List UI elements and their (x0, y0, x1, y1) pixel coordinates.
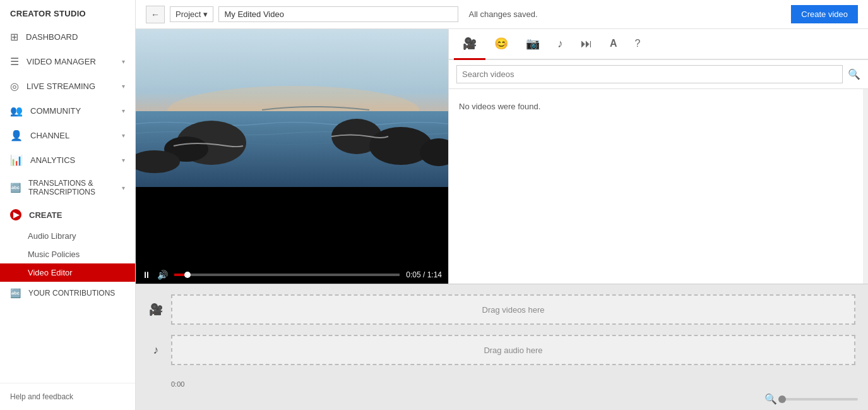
content-area: ← Project ▾ All changes saved. Create vi… (136, 0, 868, 410)
chevron-down-icon: ▾ (122, 83, 125, 90)
search-input[interactable] (456, 65, 843, 83)
create-video-button[interactable]: Create video (791, 5, 858, 23)
audio-track-icon: ♪ (148, 344, 163, 357)
no-results-message: No videos were found. (449, 89, 868, 124)
ocean-scene (136, 29, 448, 187)
sidebar-create-label: CREATE (29, 210, 62, 220)
volume-button[interactable]: 🔊 (157, 270, 168, 280)
middle-row: ⏸ 🔊 0:05 / 1:14 🎥 😊 📷 ♪ ⏭ A ? (136, 29, 868, 284)
back-button[interactable]: ← (146, 6, 165, 23)
zoom-out-icon: 🔍 (764, 393, 777, 405)
chevron-down-icon: ▾ (122, 157, 125, 164)
sidebar-item-channel[interactable]: 👤 CHANNEL ▾ (0, 123, 135, 148)
top-bar: ← Project ▾ All changes saved. Create vi… (136, 0, 868, 29)
sidebar-item-community[interactable]: 👥 COMMUNITY ▾ (0, 99, 135, 123)
video-preview (136, 29, 448, 266)
tab-photo[interactable]: 📷 (517, 29, 549, 60)
project-name-input[interactable] (218, 6, 458, 22)
media-panel: 🎥 😊 📷 ♪ ⏭ A ? 🔍 No videos were found. (448, 29, 868, 284)
timeline-zoom: 🔍 (136, 390, 868, 410)
video-track-icon: 🎥 (148, 303, 163, 317)
channel-icon: 👤 (10, 130, 23, 142)
audio-track: ♪ Drag audio here (148, 335, 855, 365)
chevron-down-icon: ▾ (122, 184, 125, 191)
sidebar-item-create[interactable]: ▶ CREATE (0, 203, 135, 227)
chevron-down-icon: ▾ (122, 132, 125, 139)
help-and-feedback-button[interactable]: Help and feedback (0, 383, 135, 410)
sidebar-item-label: VIDEO MANAGER (27, 57, 96, 66)
sidebar-item-label: LIVE STREAMING (27, 81, 95, 91)
tab-transition[interactable]: ⏭ (572, 30, 601, 60)
zoom-thumb (778, 395, 786, 403)
project-dropdown[interactable]: Project ▾ (170, 6, 213, 22)
sidebar-item-label: TRANSLATIONS & TRANSCRIPTIONS (28, 179, 122, 196)
tab-emoji[interactable]: 😊 (485, 29, 517, 60)
video-controls: ⏸ 🔊 0:05 / 1:14 (136, 266, 448, 284)
live-streaming-icon: ◎ (10, 80, 19, 92)
create-icon: ▶ (10, 209, 21, 220)
sidebar-item-label: YOUR CONTRIBUTIONS (28, 289, 115, 298)
media-tabs: 🎥 😊 📷 ♪ ⏭ A ? (449, 29, 868, 60)
tab-video[interactable]: 🎥 (454, 29, 485, 60)
sidebar-item-label: CHANNEL (30, 131, 69, 140)
sidebar-item-label: DASHBOARD (26, 32, 78, 42)
timeline-area: 🎥 Drag videos here ♪ Drag audio here 0:0… (136, 284, 868, 410)
analytics-icon: 📊 (10, 154, 23, 166)
tab-music[interactable]: ♪ (549, 30, 572, 60)
scrollbar-track[interactable] (863, 89, 868, 284)
time-display: 0:05 / 1:14 (406, 270, 442, 279)
saved-status: All changes saved. (468, 9, 537, 19)
sidebar-item-analytics[interactable]: 📊 ANALYTICS ▾ (0, 148, 135, 172)
dashboard-icon: ⊞ (10, 31, 18, 43)
chevron-down-icon: ▾ (122, 107, 125, 114)
sidebar-item-live-streaming[interactable]: ◎ LIVE STREAMING ▾ (0, 74, 135, 99)
progress-thumb (184, 272, 191, 278)
zoom-slider[interactable] (782, 398, 858, 401)
sidebar-item-your-contributions[interactable]: 🔤 YOUR CONTRIBUTIONS (0, 282, 135, 304)
sidebar: CREATOR STUDIO ⊞ DASHBOARD ☰ VIDEO MANAG… (0, 0, 136, 410)
app-title: CREATOR STUDIO (0, 0, 135, 25)
timeline-ruler: 0:00 (136, 377, 868, 390)
video-preview-container: ⏸ 🔊 0:05 / 1:14 (136, 29, 448, 284)
sidebar-sub-item-video-editor[interactable]: Video Editor (0, 263, 135, 282)
video-track: 🎥 Drag videos here (148, 294, 855, 325)
video-drop-zone[interactable]: Drag videos here (171, 294, 855, 325)
ruler-label: 0:00 (171, 380, 184, 388)
translations-icon: 🔤 (10, 183, 21, 193)
sidebar-item-translations[interactable]: 🔤 TRANSLATIONS & TRANSCRIPTIONS ▾ (0, 172, 135, 203)
media-search-bar: 🔍 (449, 60, 868, 89)
audio-drop-zone[interactable]: Drag audio here (171, 335, 855, 365)
timeline-tracks: 🎥 Drag videos here ♪ Drag audio here (136, 284, 868, 377)
sidebar-sub-item-music-policies[interactable]: Music Policies (0, 245, 135, 263)
sidebar-item-label: COMMUNITY (30, 106, 81, 116)
search-icon[interactable]: 🔍 (848, 68, 860, 80)
contributions-icon: 🔤 (10, 288, 21, 298)
project-label: Project (175, 9, 201, 19)
sidebar-item-video-manager[interactable]: ☰ VIDEO MANAGER ▾ (0, 49, 135, 74)
tab-text[interactable]: A (601, 30, 626, 59)
chevron-down-icon: ▾ (122, 58, 125, 65)
pause-button[interactable]: ⏸ (142, 270, 151, 280)
tab-help[interactable]: ? (626, 30, 650, 59)
progress-bar[interactable] (174, 274, 400, 276)
sidebar-item-label: ANALYTICS (30, 155, 75, 165)
media-panel-scroll: No videos were found. (449, 89, 868, 284)
community-icon: 👥 (10, 105, 23, 117)
video-manager-icon: ☰ (10, 56, 19, 68)
sidebar-sub-item-audio-library[interactable]: Audio Library (0, 227, 135, 245)
sidebar-item-dashboard[interactable]: ⊞ DASHBOARD (0, 25, 135, 49)
project-dropdown-chevron: ▾ (203, 9, 208, 19)
